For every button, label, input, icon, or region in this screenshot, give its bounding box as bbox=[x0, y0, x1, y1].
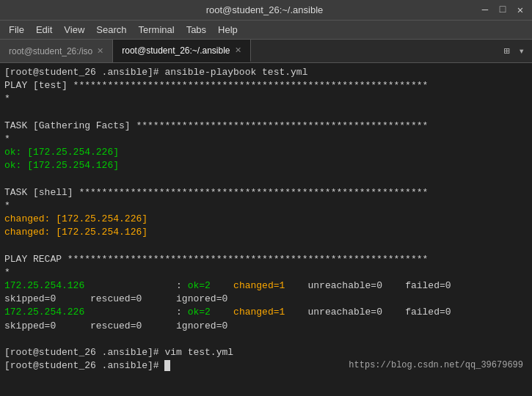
line-10 bbox=[4, 239, 528, 252]
tab-iso-label: root@student_26:/iso bbox=[9, 46, 92, 56]
menu-edit[interactable]: Edit bbox=[30, 23, 58, 37]
line-1: [root@student_26 .ansible]# ansible-play… bbox=[4, 66, 528, 79]
menubar: File Edit View Search Terminal Tabs Help bbox=[0, 21, 532, 40]
tab-iso[interactable]: root@student_26:/iso ✕ bbox=[0, 40, 113, 62]
menu-terminal[interactable]: Terminal bbox=[133, 23, 181, 37]
line-last-prompt: [root@student_26 .ansible]# bbox=[4, 359, 233, 373]
line-6: * bbox=[4, 133, 528, 146]
line-11: PLAY RECAP *****************************… bbox=[4, 253, 528, 266]
tabbar: root@student_26:/iso ✕ root@student_26:~… bbox=[0, 40, 532, 63]
menu-search[interactable]: Search bbox=[90, 23, 132, 37]
tab-iso-close[interactable]: ✕ bbox=[97, 46, 103, 56]
close-button[interactable]: ✕ bbox=[514, 4, 526, 16]
line-13 bbox=[4, 333, 528, 346]
tab-menu-button[interactable]: ▾ bbox=[516, 43, 528, 59]
tab-new-button[interactable]: ⊞ bbox=[500, 43, 512, 59]
terminal: [root@student_26 .ansible]# ansible-play… bbox=[0, 63, 532, 396]
tab-actions: ⊞ ▾ bbox=[496, 40, 532, 62]
titlebar-controls: — □ ✕ bbox=[479, 4, 526, 16]
recap-line-1: 172.25.254.126 : ok=2 changed=1 unreacha… bbox=[4, 279, 528, 293]
line-ok1: ok: [172.25.254.226] bbox=[4, 146, 528, 159]
line-9: * bbox=[4, 199, 528, 213]
url-watermark: https://blog.csdn.net/qq_39679699 bbox=[349, 359, 528, 373]
line-8: TASK [shell] ***************************… bbox=[4, 186, 528, 199]
menu-view[interactable]: View bbox=[58, 23, 90, 37]
tab-ansible-close[interactable]: ✕ bbox=[235, 45, 241, 55]
line-7 bbox=[4, 173, 528, 186]
line-4 bbox=[4, 106, 528, 120]
line-12: * bbox=[4, 266, 528, 279]
line-changed1: changed: [172.25.254.226] bbox=[4, 213, 528, 226]
titlebar-title: root@student_26:~/.ansible bbox=[50, 4, 479, 15]
tab-ansible-label: root@student_26:~/.ansible bbox=[122, 45, 230, 56]
menu-tabs[interactable]: Tabs bbox=[181, 23, 212, 37]
recap-line-1b: skipped=0 rescued=0 ignored=0 bbox=[4, 293, 528, 306]
recap-line-2b: skipped=0 rescued=0 ignored=0 bbox=[4, 320, 528, 333]
tab-ansible[interactable]: root@student_26:~/.ansible ✕ bbox=[113, 40, 250, 62]
line-ok2: ok: [172.25.254.126] bbox=[4, 159, 528, 172]
line-vim: [root@student_26 .ansible]# vim test.yml bbox=[4, 346, 233, 359]
line-5: TASK [Gathering Facts] *****************… bbox=[4, 120, 528, 133]
menu-file[interactable]: File bbox=[3, 23, 30, 37]
menu-help[interactable]: Help bbox=[212, 23, 244, 37]
maximize-button[interactable]: □ bbox=[497, 4, 509, 16]
recap-line-2: 172.25.254.226 : ok=2 changed=1 unreacha… bbox=[4, 306, 528, 319]
line-2: PLAY [test] ****************************… bbox=[4, 79, 528, 92]
minimize-button[interactable]: — bbox=[479, 4, 491, 16]
line-changed2: changed: [172.25.254.126] bbox=[4, 226, 528, 239]
line-3: * bbox=[4, 92, 528, 106]
titlebar: root@student_26:~/.ansible — □ ✕ bbox=[0, 0, 532, 21]
